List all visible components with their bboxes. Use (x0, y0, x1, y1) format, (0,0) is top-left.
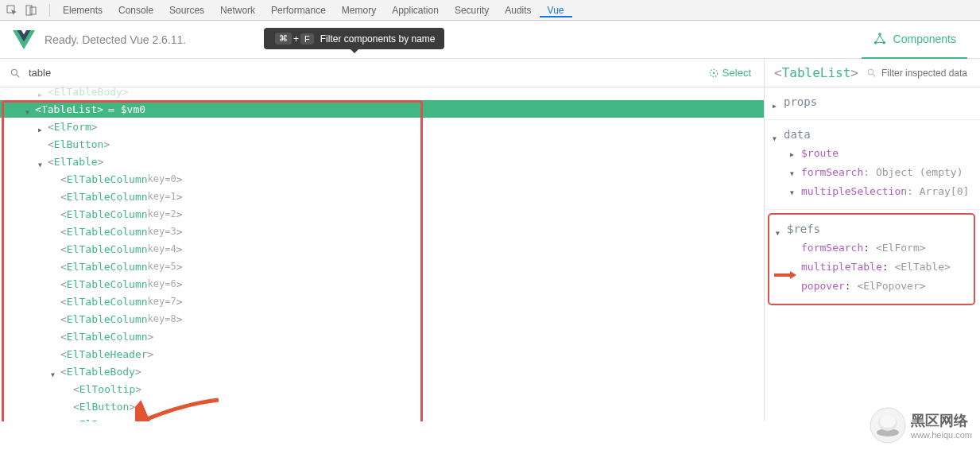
svg-point-5 (882, 41, 885, 44)
data-section[interactable]: data $routeformSearch: Object (empty)mul… (765, 120, 980, 210)
devtools-tab-security[interactable]: Security (447, 5, 497, 16)
filter-components-input[interactable] (29, 67, 699, 79)
tree-panel: Select <ElTableBody><TableList>= $vm0<El… (0, 59, 765, 421)
data-row[interactable]: $route (773, 144, 980, 163)
svg-point-13 (877, 429, 899, 436)
main-split: Select <ElTableBody><TableList>= $vm0<El… (0, 59, 980, 421)
tree-node[interactable]: <ElTableColumn key=3> (0, 223, 764, 240)
svg-line-11 (873, 74, 875, 76)
devtools-tab-console[interactable]: Console (110, 5, 161, 16)
data-row[interactable]: formSearch: Object (empty) (773, 163, 980, 182)
vue-header-bar: Ready. Detected Vue 2.6.11. ⌘ + F Filter… (0, 21, 980, 59)
props-section[interactable]: props (765, 87, 980, 120)
devtools-tab-audits[interactable]: Audits (497, 5, 539, 16)
target-icon (708, 68, 719, 79)
filter-inspected-input[interactable] (881, 68, 980, 79)
svg-point-6 (11, 69, 17, 75)
components-icon (873, 32, 887, 46)
devtools-tab-elements[interactable]: Elements (55, 5, 110, 16)
inspect-icon[interactable] (6, 5, 17, 16)
svg-point-9 (713, 72, 715, 73)
refs-row[interactable]: formSearch: <ElForm> (773, 239, 970, 258)
refs-row[interactable]: multipleTable: <ElTable> (773, 258, 970, 277)
svg-point-4 (873, 41, 877, 44)
tree-node[interactable]: <ElTableHeader> (0, 345, 764, 363)
tree-node[interactable]: <ElTableColumn key=6> (0, 275, 764, 293)
tree-node[interactable]: <ElTableColumn key=5> (0, 258, 764, 275)
annotation-arrow-icon (774, 270, 796, 280)
devtools-tabstrip: ElementsConsoleSourcesNetworkPerformance… (0, 0, 980, 21)
select-button[interactable]: Select (708, 67, 751, 79)
device-icon[interactable] (25, 5, 37, 16)
svg-rect-2 (30, 7, 36, 14)
tree-node[interactable]: <ElTableColumn> (0, 328, 764, 345)
tree-node[interactable]: <ElTableColumn key=7> (0, 293, 764, 310)
devtools-tab-application[interactable]: Application (384, 5, 447, 16)
vue-logo-icon (13, 29, 35, 51)
devtools-tab-vue[interactable]: Vue (540, 5, 572, 17)
refs-section[interactable]: $refs formSearch: <ElForm>multipleTable:… (768, 213, 975, 305)
tree-node[interactable]: <ElPopover> (0, 415, 764, 421)
svg-line-7 (17, 74, 20, 77)
tab-components[interactable]: Components (862, 21, 967, 59)
svg-point-3 (878, 33, 881, 36)
devtools-tab-sources[interactable]: Sources (161, 5, 212, 16)
inspector-panel: <TableList> props data $routeformSearch:… (765, 59, 980, 421)
devtools-tab-performance[interactable]: Performance (263, 5, 334, 16)
tree-node[interactable]: <ElForm> (0, 118, 764, 135)
inspected-component-title: <TableList> (774, 65, 858, 80)
tree-node[interactable]: <ElTableColumn key=1> (0, 188, 764, 205)
tree-node[interactable]: <ElTableColumn key=4> (0, 240, 764, 258)
tree-node[interactable]: <ElTableColumn key=2> (0, 205, 764, 223)
devtools-tab-network[interactable]: Network (212, 5, 263, 16)
tree-node[interactable]: <ElTableColumn key=8> (0, 310, 764, 328)
data-row[interactable]: multipleSelection: Array[0] (773, 182, 980, 201)
tree-node[interactable]: <ElButton> (0, 398, 764, 415)
devtools-tab-memory[interactable]: Memory (334, 5, 384, 16)
tree-node[interactable]: <ElTableBody> (0, 83, 764, 100)
tree-node[interactable]: <ElTableColumn key=0> (0, 170, 764, 188)
search-icon (10, 68, 21, 79)
tree-node[interactable]: <TableList>= $vm0 (0, 100, 764, 118)
vue-status-text: Ready. Detected Vue 2.6.11. (45, 33, 186, 46)
inspector-header: <TableList> (765, 59, 980, 87)
refs-row[interactable]: popover: <ElPopover> (773, 277, 970, 296)
search-icon (866, 68, 877, 78)
component-tree[interactable]: <ElTableBody><TableList>= $vm0<ElForm><E… (0, 87, 764, 421)
filter-tooltip: ⌘ + F Filter components by name (264, 28, 444, 49)
svg-point-10 (868, 69, 873, 75)
tree-node[interactable]: <ElTable> (0, 153, 764, 170)
tree-node[interactable]: <ElButton> (0, 135, 764, 153)
tree-node[interactable]: <ElTooltip> (0, 380, 764, 398)
tree-node[interactable]: <ElTableBody> (0, 363, 764, 380)
